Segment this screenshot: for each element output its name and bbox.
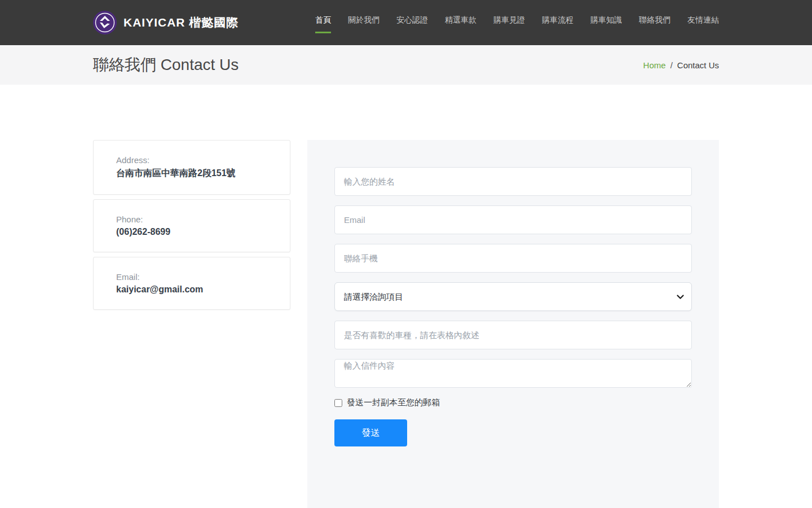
copy-checkbox-label[interactable]: 發送一封副本至您的郵箱 <box>347 397 440 408</box>
brand-logo-icon <box>93 11 117 34</box>
nav-item-testimonials[interactable]: 購車見證 <box>493 12 525 33</box>
inquiry-select-wrap: 請選擇洽詢項目 <box>334 282 692 311</box>
message-textarea[interactable] <box>334 359 692 388</box>
breadcrumb-separator: / <box>670 60 673 70</box>
nav-item-contact[interactable]: 聯絡我們 <box>639 12 670 33</box>
inquiry-select[interactable]: 請選擇洽詢項目 <box>334 282 692 311</box>
breadcrumb-home-link[interactable]: Home <box>643 60 666 70</box>
copy-checkbox-row: 發送一封副本至您的郵箱 <box>334 397 692 408</box>
brand[interactable]: KAIYICAR 楷懿國際 <box>93 11 239 34</box>
phone-card: Phone: (06)262-8699 <box>93 199 290 252</box>
nav-item-featured-cars[interactable]: 精選車款 <box>445 12 476 33</box>
main-content: Address: 台南市南區中華南路2段151號 Phone: (06)262-… <box>0 85 812 508</box>
email-input[interactable] <box>334 205 692 234</box>
address-card: Address: 台南市南區中華南路2段151號 <box>93 140 290 195</box>
phone-label: Phone: <box>116 214 267 224</box>
phone-value: (06)262-8699 <box>116 227 267 237</box>
email-value: kaiyicar@gmail.com <box>116 284 267 295</box>
page-title-bar: 聯絡我們 Contact Us Home / Contact Us <box>0 45 812 85</box>
car-preference-input[interactable] <box>334 321 692 349</box>
address-value: 台南市南區中華南路2段151號 <box>116 168 267 179</box>
nav-item-about[interactable]: 關於我們 <box>348 12 379 33</box>
email-card: Email: kaiyicar@gmail.com <box>93 257 290 310</box>
copy-checkbox[interactable] <box>334 399 342 407</box>
brand-name: KAIYICAR 楷懿國際 <box>123 15 239 30</box>
submit-button[interactable]: 發送 <box>334 419 407 446</box>
name-input[interactable] <box>334 167 692 196</box>
site-header: KAIYICAR 楷懿國際 首頁 關於我們 安心認證 精選車款 購車見證 購車流… <box>0 0 812 45</box>
main-nav: 首頁 關於我們 安心認證 精選車款 購車見證 購車流程 購車知識 聯絡我們 友情… <box>315 12 719 33</box>
breadcrumb-current: Contact Us <box>677 60 719 70</box>
address-label: Address: <box>116 155 267 165</box>
page-title: 聯絡我們 Contact Us <box>93 54 239 76</box>
nav-item-certification[interactable]: 安心認證 <box>396 12 428 33</box>
contact-form: 請選擇洽詢項目 發送一封副本至您的郵箱 發送 <box>307 140 719 508</box>
breadcrumb: Home / Contact Us <box>643 60 719 70</box>
nav-item-purchase-process[interactable]: 購車流程 <box>542 12 573 33</box>
nav-item-car-knowledge[interactable]: 購車知識 <box>590 12 622 33</box>
phone-input[interactable] <box>334 244 692 273</box>
nav-item-home[interactable]: 首頁 <box>315 12 331 33</box>
nav-item-links[interactable]: 友情連結 <box>687 12 719 33</box>
email-label: Email: <box>116 272 267 282</box>
contact-info-column: Address: 台南市南區中華南路2段151號 Phone: (06)262-… <box>93 140 290 314</box>
